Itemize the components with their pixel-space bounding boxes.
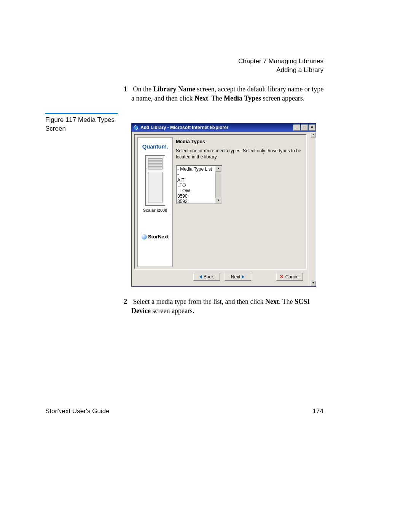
cancel-button[interactable]: ✕ Cancel xyxy=(276,273,303,281)
chapter-label: Chapter 7 Managing Libraries xyxy=(238,57,323,66)
figure-caption-rule xyxy=(45,113,118,114)
wizard-step-title: Media Types xyxy=(176,139,303,144)
scroll-up-icon[interactable]: ▴ xyxy=(311,132,316,137)
listbox-header: - Media Type List - xyxy=(177,166,215,177)
list-item[interactable]: 3592 xyxy=(177,199,215,203)
list-item[interactable]: LTO xyxy=(177,183,215,188)
wizard-sidebar: Quantum. Scalar i2000 StorNext xyxy=(137,137,173,267)
back-button-label: Back xyxy=(204,274,214,280)
product-name: StorNext xyxy=(148,234,169,240)
scrollbar-track[interactable] xyxy=(215,171,221,198)
wizard-step-description: Select one or more media types. Select o… xyxy=(176,148,303,160)
window-buttons: _ □ × xyxy=(293,124,316,131)
footer-guide-title: StorNext User's Guide xyxy=(45,407,110,415)
ie-icon xyxy=(133,125,139,131)
sidebar-divider xyxy=(141,152,169,152)
figure-caption: Figure 117 Media Types Screen xyxy=(45,116,121,133)
scrollbar-track[interactable] xyxy=(310,138,316,280)
step-text: Select a media type from the list, and t… xyxy=(131,298,310,315)
step-1: 1 On the Library Name screen, accept the… xyxy=(131,85,325,103)
step-number: 1 xyxy=(124,85,131,94)
triangle-right-icon xyxy=(242,275,244,279)
list-item[interactable]: LTOW xyxy=(177,188,215,193)
next-button[interactable]: Next xyxy=(225,273,251,281)
window-titlebar: Add Library - Microsoft Internet Explore… xyxy=(132,123,316,132)
x-icon: ✕ xyxy=(280,274,284,280)
step-text: On the Library Name screen, accept the d… xyxy=(131,85,323,102)
page-header: Chapter 7 Managing Libraries Adding a Li… xyxy=(238,57,323,75)
section-label: Adding a Library xyxy=(238,66,323,75)
window-title: Add Library - Microsoft Internet Explore… xyxy=(140,125,293,130)
list-item[interactable]: 3590 xyxy=(177,193,215,199)
close-button[interactable]: × xyxy=(309,125,315,131)
step-2: 2 Select a media type from the list, and… xyxy=(131,297,325,316)
scroll-down-icon[interactable]: ▾ xyxy=(311,281,316,286)
list-item[interactable]: AIT xyxy=(177,177,215,183)
page: Chapter 7 Managing Libraries Adding a Li… xyxy=(0,0,411,532)
scroll-down-icon[interactable]: ▾ xyxy=(216,198,221,203)
wizard-button-row: Back Next ✕ Cancel xyxy=(134,273,307,283)
sidebar-divider xyxy=(141,232,169,232)
triangle-left-icon xyxy=(199,275,202,279)
footer-page-number: 174 xyxy=(313,407,323,415)
cancel-button-label: Cancel xyxy=(285,274,299,280)
back-button[interactable]: Back xyxy=(193,273,220,281)
library-model-label: Scalar i2000 xyxy=(139,208,172,212)
wizard-main: Media Types Select one or more media typ… xyxy=(176,139,303,204)
next-button-label: Next xyxy=(231,274,241,280)
product-row: StorNext xyxy=(139,234,172,240)
sidebar-divider xyxy=(141,215,169,215)
ie-window: Add Library - Microsoft Internet Explore… xyxy=(131,123,316,287)
minimize-button[interactable]: _ xyxy=(293,125,300,131)
listbox-scrollbar[interactable]: ▴ ▾ xyxy=(215,166,221,203)
step-number: 2 xyxy=(124,297,131,306)
media-type-listbox[interactable]: - Media Type List - AIT LTO LTOW 3590 35… xyxy=(176,165,222,204)
library-graphic-icon xyxy=(145,155,165,206)
stornext-icon xyxy=(142,234,147,240)
scroll-up-icon[interactable]: ▴ xyxy=(216,166,221,171)
page-scrollbar[interactable]: ▴ ▾ xyxy=(310,132,316,286)
maximize-button[interactable]: □ xyxy=(301,125,308,131)
content-area: ▴ ▾ Quantum. Scalar i2000 xyxy=(132,132,316,286)
brand-logo: Quantum. xyxy=(139,143,172,150)
wizard-panel: Quantum. Scalar i2000 StorNext xyxy=(134,134,307,270)
